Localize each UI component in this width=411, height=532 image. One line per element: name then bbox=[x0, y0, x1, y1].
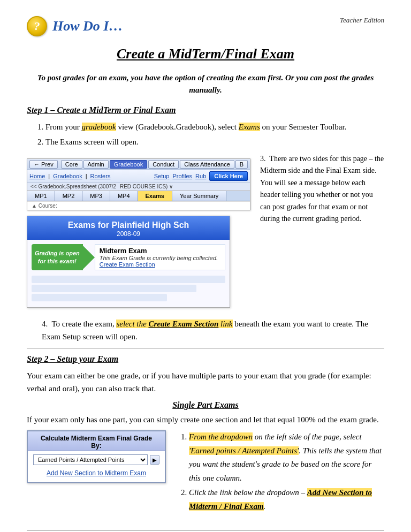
exams-screenshot: Exams for Plainfield High Sch 2008-09 Gr… bbox=[27, 216, 230, 308]
mp2-tab[interactable]: MP2 bbox=[55, 191, 83, 201]
exams-header: Exams for Plainfield High Sch 2008-09 bbox=[27, 216, 230, 240]
rosters-link[interactable]: Rosters bbox=[90, 173, 111, 179]
nav-row1: ← Prev Core Admin Gradebook Conduct Clas… bbox=[27, 159, 250, 170]
exam-line bbox=[32, 276, 225, 283]
calc-dropdown[interactable]: Earned Points / Attempted Points bbox=[33, 454, 148, 465]
exams-year: 2008-09 bbox=[33, 230, 224, 238]
more-btn[interactable]: B bbox=[235, 160, 248, 169]
midterm-sub: This Exam Grade is currently being colle… bbox=[100, 255, 220, 261]
mp3-tab[interactable]: MP3 bbox=[82, 191, 110, 201]
create-exam-section-underline: Create Exam Section bbox=[148, 320, 218, 328]
single-part-heading: Single Part Exams bbox=[27, 400, 384, 410]
select-highlight: select the Create Exam Section link bbox=[116, 320, 232, 328]
conduct-btn[interactable]: Conduct bbox=[148, 160, 179, 169]
breadcrumb-text: Gradebook.Spreadsheet (3007/2 bbox=[38, 184, 116, 189]
exam-line bbox=[32, 285, 196, 292]
col-left: ← Prev Core Admin Gradebook Conduct Clas… bbox=[27, 153, 250, 312]
step1-heading: Step 1 – Create a MidTerm or Final Exam bbox=[27, 105, 384, 115]
course-text: RED COURSE ICS) ∨ bbox=[120, 184, 173, 189]
step2-two-col: Calculate Midterm Exam Final Grade By: E… bbox=[27, 430, 384, 514]
calc-header-line1: Calculate Midterm Exam Final Grade bbox=[32, 435, 161, 442]
exams-title: Exams for Plainfield High Sch bbox=[33, 221, 224, 230]
admin-btn[interactable]: Admin bbox=[83, 160, 109, 169]
calc-screenshot: Calculate Midterm Exam Final Grade By: E… bbox=[27, 430, 166, 483]
exam-line bbox=[32, 294, 167, 301]
list-item: The Exams screen will open. bbox=[45, 135, 384, 149]
col-right-step3: 3. There are two sides for this page – t… bbox=[260, 153, 384, 225]
nav-row3: MP1 MP2 MP3 MP4 Exams Year Summary bbox=[27, 191, 250, 201]
add-new-section-highlight: Add New Section to Midterm / Final Exam bbox=[189, 488, 372, 511]
step1-two-col: ← Prev Core Admin Gradebook Conduct Clas… bbox=[27, 153, 384, 312]
single-part-intro: If your exam only has one part, you can … bbox=[27, 413, 384, 426]
grading-open-badge: Grading is openfor this exam! bbox=[32, 244, 83, 270]
exams-lines bbox=[32, 276, 225, 303]
calc-header-line2: By: bbox=[32, 442, 161, 450]
exams-tab[interactable]: Exams bbox=[138, 191, 172, 201]
help-icon: ? bbox=[27, 16, 47, 36]
step1-content: From your gradebook view (Gradebook.Grad… bbox=[32, 120, 384, 149]
core-btn[interactable]: Core bbox=[61, 160, 82, 169]
step1-list: From your gradebook view (Gradebook.Grad… bbox=[45, 120, 384, 149]
list-item: From your gradebook view (Gradebook.Grad… bbox=[45, 120, 384, 134]
course-label: ▲ Course: bbox=[32, 203, 57, 209]
mp4-tab[interactable]: MP4 bbox=[110, 191, 138, 201]
separator3: | bbox=[86, 173, 87, 179]
gradebook-highlight: gradebook bbox=[82, 123, 116, 131]
list-item: Click the link below the dropdown – Add … bbox=[189, 486, 384, 513]
setup-link[interactable]: Setup bbox=[154, 173, 170, 179]
exams-body: Grading is openfor this exam! Midterm Ex… bbox=[27, 240, 230, 307]
earned-points-highlight: 'Earned points / Attempted Points' bbox=[189, 446, 299, 455]
year-summary-tab[interactable]: Year Summary bbox=[172, 191, 226, 201]
mp1-tab[interactable]: MP1 bbox=[27, 191, 55, 201]
click-here-btn[interactable]: Click Here bbox=[209, 171, 248, 181]
page-header: ? How Do I… Teacher Edition bbox=[27, 16, 384, 36]
calc-icon-btn[interactable]: ▶ bbox=[150, 455, 159, 465]
create-exam-section-link[interactable]: Create Exam Section bbox=[100, 261, 220, 268]
header-title: How Do I… bbox=[52, 18, 123, 34]
step3-text: 3. There are two sides for this page – t… bbox=[260, 153, 384, 225]
nav-row2: Home | Gradebook | Rosters Setup Profile… bbox=[27, 170, 250, 183]
course-row: ▲ Course: bbox=[27, 201, 250, 210]
header-left: ? How Do I… bbox=[27, 16, 123, 36]
divider bbox=[27, 348, 384, 349]
list-item: From the dropdown on the left side of th… bbox=[189, 430, 384, 485]
teacher-edition-label: Teacher Edition bbox=[340, 16, 384, 25]
rub-link[interactable]: Rub bbox=[195, 173, 206, 179]
dropdown-highlight: From the dropdown bbox=[189, 432, 253, 441]
midterm-info: Midterm Exam This Exam Grade is currentl… bbox=[95, 244, 225, 270]
midterm-title: Midterm Exam bbox=[100, 247, 220, 255]
nav-screenshot: ← Prev Core Admin Gradebook Conduct Clas… bbox=[27, 158, 250, 210]
step2-heading: Step 2 – Setup your Exam bbox=[27, 354, 384, 364]
add-section-link[interactable]: Add New Section to Midterm Exam bbox=[33, 469, 159, 477]
gradebook-btn[interactable]: Gradebook bbox=[110, 160, 147, 169]
home-link[interactable]: Home bbox=[29, 173, 45, 179]
step2-intro: Your exam can either be one grade, or if… bbox=[27, 369, 384, 395]
class-attendance-btn[interactable]: Class Attendance bbox=[180, 160, 234, 169]
calc-body: Earned Points / Attempted Points ▶ Add N… bbox=[28, 451, 165, 482]
calc-select-row: Earned Points / Attempted Points ▶ bbox=[33, 454, 159, 465]
gradebook-link[interactable]: Gradebook bbox=[53, 173, 82, 179]
step4-text: 4. To create the exam, select the Create… bbox=[42, 317, 384, 343]
breadcrumb-arrows: << bbox=[31, 184, 38, 189]
calc-col-left: Calculate Midterm Exam Final Grade By: E… bbox=[27, 430, 166, 483]
prev-btn[interactable]: ← Prev bbox=[29, 160, 58, 169]
arrow-icon bbox=[83, 246, 95, 269]
profiles-link[interactable]: Profiles bbox=[172, 173, 192, 179]
separator2: | bbox=[48, 173, 50, 179]
main-title: Create a MidTerm/Final Exam bbox=[27, 46, 384, 62]
step2-list: From the dropdown on the left side of th… bbox=[189, 430, 384, 513]
intro-text: To post grades for an exam, you have the… bbox=[27, 72, 384, 96]
step2-list-col: From the dropdown on the left side of th… bbox=[176, 430, 384, 514]
exams-highlight: Exams bbox=[239, 123, 260, 131]
breadcrumb-bar: << Gradebook.Spreadsheet (3007/2 RED COU… bbox=[27, 183, 250, 191]
calc-header: Calculate Midterm Exam Final Grade By: bbox=[28, 431, 165, 451]
midterm-row: Grading is openfor this exam! Midterm Ex… bbox=[32, 244, 225, 270]
